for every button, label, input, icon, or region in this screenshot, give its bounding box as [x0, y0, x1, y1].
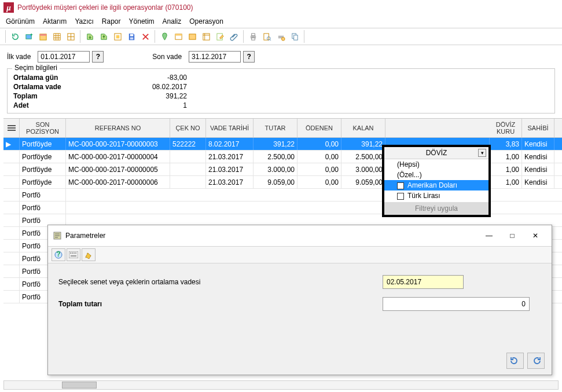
settings-print-icon[interactable]	[274, 30, 287, 43]
filter-option-custom[interactable]: (Özel...)	[384, 170, 488, 180]
export-icon[interactable]	[83, 30, 96, 43]
checkbox-icon[interactable]	[397, 193, 404, 200]
horizontal-scrollbar[interactable]	[3, 380, 559, 390]
svg-rect-31	[71, 255, 76, 257]
cell-pozisyon: Portföyde	[20, 176, 66, 188]
cell-odenen: 0,00	[297, 151, 341, 163]
svg-rect-3	[53, 33, 60, 39]
preview-icon[interactable]	[260, 30, 273, 43]
col-tutar[interactable]: TUTAR	[254, 119, 297, 137]
col-son-pozisyon[interactable]: SON POZİSYON	[20, 119, 66, 137]
row-marker	[3, 163, 20, 175]
grid1-icon[interactable]	[50, 30, 63, 43]
save-grid-icon[interactable]	[111, 30, 124, 43]
grid2-icon[interactable]	[64, 30, 77, 43]
menu-operasyon[interactable]: Operasyon	[189, 17, 223, 25]
ortalama-vade-value: 08.02.2017	[106, 83, 187, 91]
svg-rect-8	[130, 37, 133, 39]
attachment-icon[interactable]	[227, 30, 240, 43]
filter-header[interactable]: DÖVİZ ▾	[384, 147, 488, 159]
son-vade-input[interactable]	[189, 51, 241, 63]
col-referans-no[interactable]: REFERANS NO	[66, 119, 170, 137]
col-cek-no[interactable]: ÇEK NO	[170, 119, 206, 137]
menu-rapor[interactable]: Rapor	[102, 17, 121, 25]
cell-kur: 1,00	[490, 176, 522, 188]
dialog-icon	[53, 231, 62, 240]
menu-gorunum[interactable]: Görünüm	[6, 17, 35, 25]
close-button[interactable]: ✕	[524, 229, 547, 243]
filter-option-usd[interactable]: Amerikan Doları	[384, 180, 488, 190]
script-icon[interactable]	[82, 248, 95, 261]
svg-rect-27	[70, 252, 71, 254]
avg-maturity-input[interactable]	[383, 275, 464, 289]
refresh-icon[interactable]	[9, 30, 21, 43]
window-title: Portföydeki müşteri çekleri ile ilgili o…	[17, 3, 193, 12]
calendar-icon[interactable]	[36, 30, 49, 43]
col-doviz-kuru[interactable]: DÖVİZ KURU	[490, 119, 522, 137]
ilk-vade-picker-button[interactable]: ?	[92, 51, 104, 63]
copy-icon[interactable]	[288, 30, 301, 43]
toplam-tutari-input[interactable]	[383, 297, 530, 311]
scrollbar-thumb[interactable]	[62, 382, 97, 389]
cell-sahibi: Kendisi	[522, 138, 554, 150]
row-marker	[3, 214, 20, 226]
import-icon[interactable]	[97, 30, 110, 43]
row-marker	[3, 278, 20, 290]
col-vade-tarihi[interactable]: VADE TARİHİ	[206, 119, 254, 137]
cell-referans: MC-000-000-2017-00000004	[66, 151, 170, 163]
maximize-button[interactable]: □	[501, 229, 524, 243]
map-pin-icon[interactable]	[158, 30, 171, 43]
print-icon[interactable]	[247, 30, 259, 43]
minimize-button[interactable]: —	[477, 229, 501, 243]
ilk-vade-label: İlk vade	[7, 53, 31, 61]
delete-icon[interactable]	[139, 30, 152, 43]
filter-option-try[interactable]: Türk Lirası	[384, 190, 488, 201]
cell-vade: 21.03.2017	[206, 176, 254, 188]
dialog-cancel-button[interactable]	[527, 353, 545, 369]
date-filter-row: İlk vade ? Son vade ?	[0, 45, 562, 66]
menu-aktarim[interactable]: Aktarım	[43, 17, 67, 25]
cell-vade: 21.03.2017	[206, 163, 254, 175]
selection-info-fieldset: Seçim bilgileri Ortalama gün -83,00 Orta…	[7, 68, 555, 113]
doviz-filter-dropdown[interactable]: DÖVİZ ▾ (Hepsi) (Özel...) Amerikan Dolar…	[382, 145, 491, 217]
svg-rect-2	[39, 34, 46, 35]
keyboard-icon[interactable]	[67, 248, 80, 261]
save-icon[interactable]	[125, 30, 138, 43]
cell-kalan: 2.500,00	[341, 151, 385, 163]
cell-referans: MC-000-000-2017-00000003	[66, 138, 170, 150]
menu-analiz[interactable]: Analiz	[163, 17, 182, 25]
cell-pozisyon: Portföyde	[20, 163, 66, 175]
dialog-toolbar: ?	[48, 246, 552, 263]
cell-sahibi: Kendisi	[522, 151, 554, 163]
help-icon[interactable]: ?	[52, 248, 65, 261]
col-sahibi[interactable]: SAHİBİ	[522, 119, 554, 137]
filter-apply-button[interactable]: Filtreyi uygula	[384, 202, 488, 215]
row-selector-header[interactable]	[3, 119, 20, 137]
checkbox-icon[interactable]	[397, 182, 404, 189]
rows-menu-icon[interactable]	[7, 125, 16, 131]
window2-icon[interactable]	[186, 30, 199, 43]
son-vade-picker-button[interactable]: ?	[243, 51, 255, 63]
row-marker	[3, 265, 20, 277]
menu-yonetim[interactable]: Yönetim	[129, 17, 155, 25]
col-odenen[interactable]: ÖDENEN	[297, 119, 341, 137]
app-icon: µ	[3, 2, 14, 13]
window1-icon[interactable]	[172, 30, 185, 43]
ilk-vade-input[interactable]	[38, 51, 90, 63]
cell-sahibi: Kendisi	[522, 176, 554, 188]
edit-note-icon[interactable]	[214, 30, 226, 43]
grid3-icon[interactable]	[200, 30, 212, 43]
add-card-icon[interactable]	[23, 30, 35, 43]
svg-rect-29	[74, 252, 75, 254]
dialog-ok-button[interactable]	[506, 353, 524, 369]
col-kalan[interactable]: KALAN	[341, 119, 385, 137]
filter-option-all[interactable]: (Hepsi)	[384, 159, 488, 170]
svg-rect-15	[251, 33, 255, 35]
toplam-value: 391,22	[106, 92, 187, 100]
cell-odenen: 0,00	[297, 176, 341, 188]
main-toolbar	[0, 28, 562, 45]
menu-yazici[interactable]: Yazıcı	[75, 17, 93, 25]
dialog-titlebar[interactable]: Parametreler — □ ✕	[48, 225, 552, 246]
filter-dropdown-icon[interactable]: ▾	[478, 149, 486, 157]
cell-tutar: 391,22	[254, 138, 297, 150]
